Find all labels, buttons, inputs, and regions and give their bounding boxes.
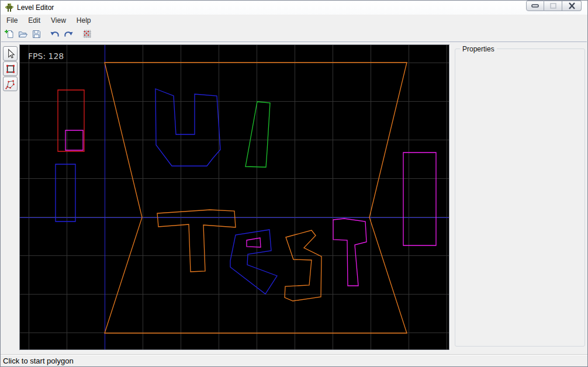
grid-snap-button[interactable] (81, 27, 94, 40)
properties-panel-title: Properties (460, 45, 497, 53)
rectangle-tool-button[interactable] (3, 61, 18, 76)
save-button[interactable] (30, 27, 43, 40)
close-icon (568, 2, 576, 9)
undo-button[interactable] (49, 27, 61, 40)
toolbar (1, 26, 587, 42)
title-bar[interactable]: Level Editor (1, 1, 587, 15)
window-controls (526, 1, 582, 11)
new-file-button[interactable] (3, 27, 16, 40)
menu-file[interactable]: File (1, 15, 23, 27)
properties-groupbox (455, 49, 585, 347)
redo-button[interactable] (62, 27, 75, 40)
menu-help[interactable]: Help (71, 15, 96, 27)
level-canvas-svg[interactable] (20, 45, 449, 349)
new-document-icon (5, 29, 15, 39)
polygon-tool-button[interactable] (3, 77, 18, 91)
maximize-button[interactable] (544, 1, 562, 11)
app-window: Level Editor File Edit View Help (0, 0, 588, 367)
open-file-button[interactable] (16, 27, 29, 40)
close-button[interactable] (562, 1, 582, 11)
menu-bar: File Edit View Help (1, 15, 587, 26)
rectangle-tool-icon (5, 63, 16, 75)
select-cursor-icon (5, 48, 16, 60)
sprite-character-icon (5, 3, 14, 12)
minimize-button[interactable] (526, 1, 544, 11)
undo-icon (50, 29, 60, 39)
window-title: Level Editor (17, 4, 54, 12)
maximize-icon (549, 2, 557, 9)
fps-counter: FPS: 128 (28, 51, 64, 61)
polygon-tool-icon (5, 78, 16, 90)
menu-edit[interactable]: Edit (23, 15, 46, 27)
minimize-icon (531, 3, 539, 9)
grid-snap-icon (82, 29, 92, 39)
select-tool-button[interactable] (3, 46, 18, 61)
redo-icon (63, 29, 74, 39)
open-folder-icon (18, 29, 28, 39)
status-bar: Click to start polygon (1, 354, 587, 367)
menu-view[interactable]: View (46, 15, 71, 27)
level-canvas[interactable]: FPS: 128 (19, 44, 449, 350)
status-message: Click to start polygon (3, 356, 74, 365)
save-icon (32, 29, 41, 39)
